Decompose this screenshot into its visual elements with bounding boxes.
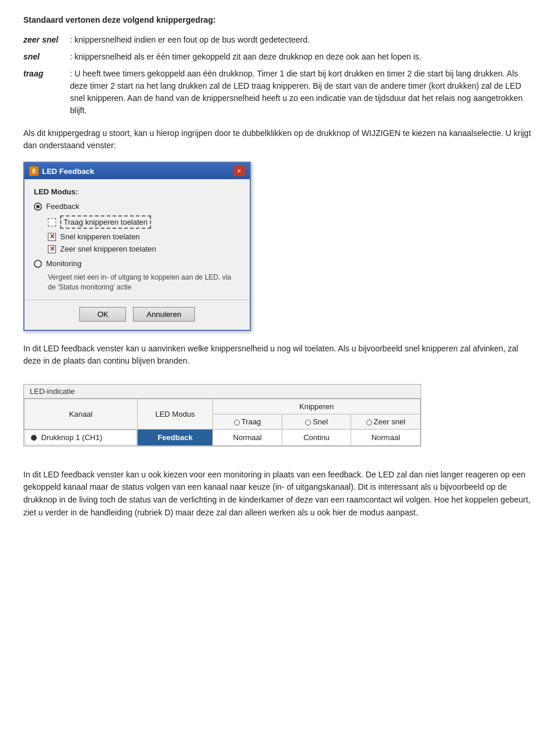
radio-dot-zeersnel bbox=[366, 420, 372, 425]
led-table: Kanaal LED Modus Knipperen Traag Snel Ze… bbox=[24, 399, 421, 446]
term-row-traag: traag : U heeft twee timers gekoppeld aa… bbox=[23, 68, 537, 117]
led-feedback-dialog: 8 LED Feedback × LED Modus: Feedback Tra… bbox=[23, 162, 251, 331]
ok-button[interactable]: OK bbox=[79, 307, 126, 322]
table-row: Drukknop 1 (CH1) Feedback Normaal Contin… bbox=[24, 430, 421, 446]
def-snel: : knippersnelheid als er één timer gekop… bbox=[70, 51, 537, 63]
checkbox-snel-label: Snel knipperen toelaten bbox=[60, 232, 140, 241]
term-snel: snel bbox=[23, 51, 70, 63]
radio-monitoring-option[interactable]: Monitoring bbox=[34, 259, 240, 268]
checkbox-traag-box[interactable] bbox=[48, 218, 56, 226]
td-traag: Normaal bbox=[213, 430, 282, 446]
dialog-titlebar: 8 LED Feedback × bbox=[24, 163, 250, 179]
channel-radio-dot bbox=[31, 435, 37, 441]
radio-dot-traag bbox=[234, 420, 240, 425]
th-modus: LED Modus bbox=[138, 399, 213, 430]
def-zeersnel: : knippersnelheid indien er een fout op … bbox=[70, 34, 537, 46]
titlebar-left: 8 LED Feedback bbox=[29, 166, 94, 176]
radio-feedback-option[interactable]: Feedback bbox=[34, 202, 240, 211]
radio-dot-snel bbox=[305, 420, 311, 425]
dialog-close-button[interactable]: × bbox=[233, 166, 245, 176]
dialog-app-icon: 8 bbox=[29, 166, 38, 176]
dialog-footer: OK Annuleren bbox=[24, 299, 250, 330]
term-zeersnel: zeer snel bbox=[23, 34, 70, 46]
checkbox-zeersnel-box[interactable]: ✕ bbox=[48, 245, 56, 253]
paragraph-final: In dit LED feedback venster kan u ook ki… bbox=[23, 469, 537, 519]
checkbox-snel-option[interactable]: ✕ Snel knipperen toelaten bbox=[48, 232, 240, 241]
radio-monitoring-circle[interactable] bbox=[34, 260, 42, 268]
annuleren-button[interactable]: Annuleren bbox=[133, 307, 194, 322]
paragraph-after-dialog: In dit LED feedback venster kan u aanvin… bbox=[23, 343, 537, 368]
heading-text: Standaard vertonen deze volgend knipperg… bbox=[23, 15, 216, 25]
led-table-title: LED-indicatie bbox=[24, 385, 421, 399]
radio-monitoring-label: Monitoring bbox=[46, 259, 82, 268]
term-row-snel: snel : knippersnelheid als er één timer … bbox=[23, 51, 537, 63]
th-traag: Traag bbox=[213, 414, 282, 430]
th-knipperen: Knipperen bbox=[213, 399, 421, 414]
term-traag: traag bbox=[23, 68, 70, 117]
checkbox-group-feedback: Traag knipperen toelaten ✕ Snel knippere… bbox=[48, 215, 240, 253]
td-modus: Feedback bbox=[138, 430, 213, 446]
intro-heading: Standaard vertonen deze volgend knipperg… bbox=[23, 14, 537, 27]
th-zeersnel: Zeer snel bbox=[351, 414, 421, 430]
radio-feedback-label: Feedback bbox=[46, 202, 79, 211]
checkbox-snel-box[interactable]: ✕ bbox=[48, 233, 56, 241]
checkbox-zeersnel-option[interactable]: ✕ Zeer snel knipperen toelaten bbox=[48, 245, 240, 253]
table-header-row-1: Kanaal LED Modus Knipperen bbox=[24, 399, 421, 414]
monitoring-note: Vergeet niet een in- of uitgang te koppe… bbox=[48, 273, 240, 292]
th-kanaal: Kanaal bbox=[24, 399, 138, 430]
checkbox-traag-label: Traag knipperen toelaten bbox=[60, 215, 151, 229]
dialog-container: 8 LED Feedback × LED Modus: Feedback Tra… bbox=[23, 162, 537, 331]
td-snel: Continu bbox=[282, 430, 351, 446]
def-traag: : U heeft twee timers gekoppeld aan één … bbox=[70, 68, 537, 117]
led-table-container: LED-indicatie Kanaal LED Modus Knipperen… bbox=[23, 384, 421, 447]
td-zeersnel: Normaal bbox=[351, 430, 421, 446]
checkbox-zeersnel-label: Zeer snel knipperen toelaten bbox=[60, 245, 156, 253]
th-snel: Snel bbox=[282, 414, 351, 430]
checkbox-traag-option[interactable]: Traag knipperen toelaten bbox=[48, 215, 240, 229]
monitoring-section: Monitoring Vergeet niet een in- of uitga… bbox=[34, 259, 240, 292]
led-modus-label: LED Modus: bbox=[34, 187, 240, 196]
paragraph-interrupt: Als dit knippergedrag u stoort, kan u hi… bbox=[23, 127, 537, 152]
term-row-zeersnel: zeer snel : knippersnelheid indien er ee… bbox=[23, 34, 537, 46]
dialog-title: LED Feedback bbox=[42, 167, 94, 176]
radio-feedback-circle[interactable] bbox=[34, 203, 42, 211]
td-kanaal: Drukknop 1 (CH1) bbox=[24, 430, 138, 445]
dialog-body: LED Modus: Feedback Traag knipperen toel… bbox=[24, 179, 250, 299]
